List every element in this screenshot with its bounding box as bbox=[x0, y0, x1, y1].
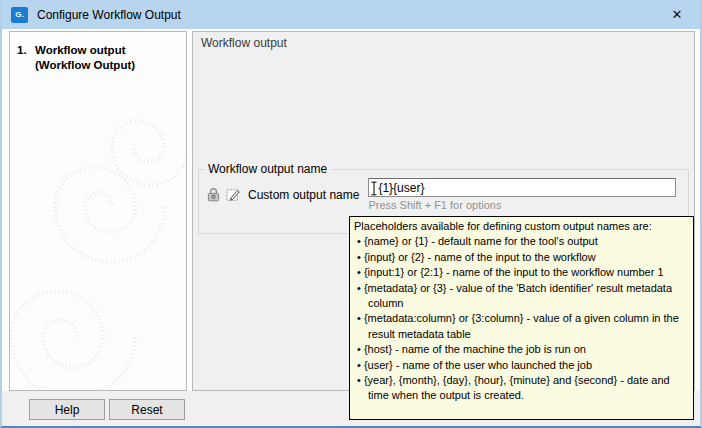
custom-output-name-input[interactable]: {1}{user} bbox=[368, 178, 676, 197]
help-button[interactable]: Help bbox=[29, 399, 105, 420]
tooltip-item: {input} or {2} - name of the input to th… bbox=[357, 250, 689, 265]
close-button[interactable]: ✕ bbox=[654, 0, 700, 29]
tooltip-list: {name} or {1} - default name for the too… bbox=[354, 234, 689, 403]
wizard-steps-panel: 0110100110101001011010 010110101001101 1… bbox=[9, 31, 187, 391]
tooltip-item: {name} or {1} - default name for the too… bbox=[357, 234, 689, 249]
tooltip-item: {host} - name of the machine the job is … bbox=[357, 342, 689, 357]
edit-icon[interactable] bbox=[226, 187, 241, 202]
custom-output-name-row: Custom output name {1}{user} Press Shift… bbox=[199, 176, 688, 211]
tooltip-item: {user} - name of the user who launched t… bbox=[357, 358, 689, 373]
custom-output-name-field: {1}{user} Press Shift + F1 for options bbox=[368, 178, 676, 211]
tooltip-intro: Placeholders available for defining cust… bbox=[354, 219, 689, 234]
wizard-step-1[interactable]: 1. Workflow output (Workflow Output) bbox=[10, 32, 186, 73]
reset-button[interactable]: Reset bbox=[109, 399, 185, 420]
titlebar[interactable]: G. Configure Workflow Output ✕ bbox=[2, 0, 700, 29]
tooltip-item: {metadata} or {3} - value of the 'Batch … bbox=[357, 281, 689, 312]
tooltip-item: {metadata:column} or {3:column} - value … bbox=[357, 311, 689, 342]
watermark-spirals: 0110100110101001011010 010110101001101 bbox=[10, 32, 187, 391]
panel-title: Workflow output bbox=[201, 36, 287, 50]
window-title: Configure Workflow Output bbox=[37, 8, 181, 22]
placeholders-tooltip: Placeholders available for defining cust… bbox=[349, 216, 694, 420]
input-value: {1}{user} bbox=[378, 181, 424, 195]
lock-icon[interactable] bbox=[207, 187, 220, 202]
tooltip-item: {input:1} or {2:1} - name of the input t… bbox=[357, 265, 689, 280]
step-number: 1. bbox=[17, 43, 30, 73]
field-hint: Press Shift + F1 for options bbox=[368, 199, 676, 211]
text-cursor-icon bbox=[370, 181, 378, 199]
group-legend: Workflow output name bbox=[204, 162, 331, 176]
tooltip-item: {year}, {month}, {day}, {hour}, {minute}… bbox=[357, 373, 689, 404]
dialog-window: G. Configure Workflow Output ✕ 011010011… bbox=[0, 0, 702, 428]
step-label: Workflow output (Workflow Output) bbox=[35, 43, 180, 73]
app-icon: G. bbox=[11, 7, 28, 23]
custom-output-name-label: Custom output name bbox=[248, 188, 359, 202]
